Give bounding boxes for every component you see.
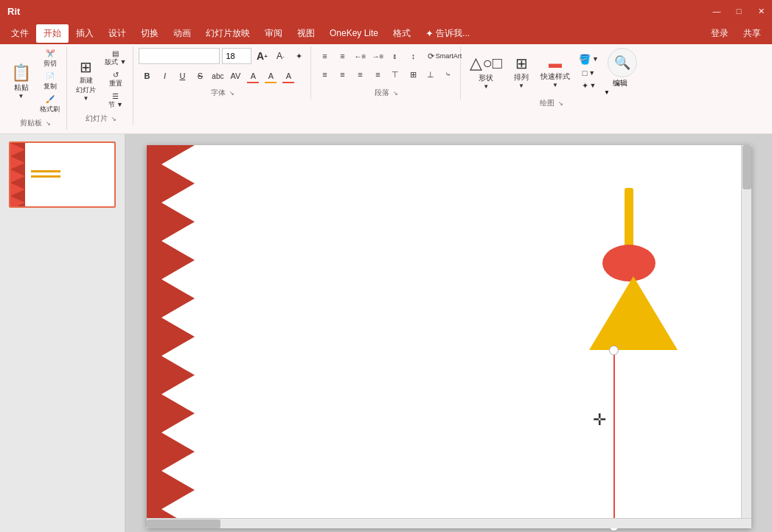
reset-icon: ↺ [113, 71, 119, 79]
align-left-button[interactable]: ≡ [316, 66, 333, 83]
font-size-up-button[interactable]: A+ [254, 48, 270, 64]
menu-insert[interactable]: 插入 [69, 24, 101, 43]
svg-marker-0 [10, 143, 25, 156]
smartart-button[interactable]: SmartArt [440, 48, 456, 64]
thumb-left-bar [10, 143, 25, 206]
menu-start[interactable]: 开始 [36, 24, 69, 43]
menu-design[interactable]: 设计 [101, 24, 133, 43]
italic-button[interactable]: I [156, 68, 173, 84]
outline-icon: □ [583, 69, 588, 77]
layout-label: 版式 ▼ [105, 57, 126, 67]
columns-button[interactable]: ⫾ [387, 48, 403, 64]
clipboard-group: 📋 粘贴 ▼ ✂️ 剪切 📄 复制 🖌️ 格式刷 [4, 46, 67, 130]
outline-button[interactable]: □ ▼ [576, 67, 602, 79]
lamp-shade-svg [589, 276, 678, 350]
canvas-area[interactable]: ✛ [125, 134, 772, 532]
font-name-input[interactable] [139, 48, 220, 64]
shadow-button[interactable]: abc [209, 68, 226, 84]
menu-help[interactable]: ✦ 告诉我... [418, 24, 477, 43]
format-paint-button[interactable]: 🖌️ 格式刷 [37, 94, 63, 116]
layout-button[interactable]: ▤ 版式 ▼ [102, 48, 129, 69]
paste-button[interactable]: 📋 粘贴 ▼ [7, 62, 35, 102]
edit-col: 🔍 编辑 ▼ [604, 48, 637, 96]
effects-button[interactable]: ✦ ▼ [576, 80, 602, 92]
align-middle-button[interactable]: ⊞ [405, 66, 421, 83]
thumb-line-2 [31, 175, 60, 178]
menu-view[interactable]: 视图 [290, 24, 322, 43]
menu-slideshow[interactable]: 幻灯片放映 [198, 24, 257, 43]
decrease-indent-button[interactable]: ←≡ [352, 48, 368, 64]
menu-file[interactable]: 文件 [4, 24, 36, 43]
paste-icon: 📋 [11, 65, 31, 81]
slide-thumbnail-1[interactable] [9, 141, 116, 208]
quick-styles-icon: ▬ [549, 56, 562, 71]
font-content: A+ A- ✦ B I U S abc AV A A [139, 48, 307, 85]
clipboard-expand[interactable]: ↘ [46, 120, 51, 127]
font-size-input[interactable] [222, 48, 251, 64]
new-slide-label: 新建幻灯片 [76, 76, 96, 95]
align-top-button[interactable]: ⊤ [387, 66, 403, 83]
convert-smartart-button[interactable]: ⤷ [440, 66, 456, 83]
bold-button[interactable]: B [139, 68, 155, 84]
align-center-button[interactable]: ≡ [334, 66, 350, 83]
font-size-down-button[interactable]: A- [272, 48, 288, 64]
menu-transitions[interactable]: 切换 [133, 24, 166, 43]
format-row: B I U S abc AV A A A [139, 68, 296, 84]
cut-button[interactable]: ✂️ 剪切 [37, 48, 63, 70]
arrange-arrow: ▼ [518, 83, 524, 89]
fill-icon: 🪣 [579, 54, 591, 65]
menu-animations[interactable]: 动画 [166, 24, 198, 43]
paragraph-expand[interactable]: ↘ [393, 90, 398, 97]
justify-button[interactable]: ≡ [369, 66, 386, 83]
handle-top[interactable] [609, 346, 619, 355]
slide-panel [0, 134, 125, 532]
font-color2-button[interactable]: A [280, 68, 296, 84]
menu-onekey[interactable]: OneKey Lite [322, 25, 386, 41]
paste-arrow: ▼ [18, 93, 24, 99]
new-slide-icon: ⊞ [80, 58, 92, 76]
increase-indent-button[interactable]: →≡ [369, 48, 386, 64]
clipboard-content: 📋 粘贴 ▼ ✂️ 剪切 📄 复制 🖌️ 格式刷 [7, 48, 63, 116]
maximize-button[interactable]: □ [728, 3, 750, 19]
slide-left-bar [147, 145, 195, 528]
highlight-button[interactable]: A [262, 68, 279, 84]
reset-button[interactable]: ↺ 重置 [102, 69, 129, 90]
font-color2-icon: A [286, 71, 291, 80]
menu-format[interactable]: 格式 [386, 24, 418, 43]
scrollbar-thumb-v[interactable] [743, 145, 751, 189]
minimize-button[interactable]: — [706, 3, 728, 19]
fill-button[interactable]: 🪣 ▼ [576, 52, 602, 66]
copy-button[interactable]: 📄 复制 [37, 71, 63, 93]
slide-canvas[interactable]: ✛ [147, 145, 751, 528]
font-color-button[interactable]: A [245, 68, 261, 84]
line-spacing-button[interactable]: ↕ [405, 48, 421, 64]
align-right-button[interactable]: ≡ [352, 66, 368, 83]
font-expand[interactable]: ↘ [229, 90, 234, 97]
menu-login[interactable]: 登录 [703, 24, 736, 43]
clear-format-button[interactable]: ✦ [291, 48, 307, 64]
shapes-button[interactable]: △○□ 形状 ▼ [466, 52, 506, 93]
quick-styles-button[interactable]: ▬ 快速样式 ▼ [537, 52, 574, 93]
menu-review[interactable]: 审阅 [257, 24, 290, 43]
char-spacing-button[interactable]: AV [227, 68, 243, 84]
svg-marker-2 [10, 169, 25, 183]
arrange-button[interactable]: ⊞ 排列 ▼ [508, 52, 535, 93]
bullets-button[interactable]: ≡ [316, 48, 333, 64]
menu-share[interactable]: 共享 [736, 24, 768, 43]
section-button[interactable]: ☰ 节 ▼ [102, 91, 129, 111]
cut-label: 剪切 [44, 59, 57, 69]
scrollbar-horizontal[interactable] [147, 518, 751, 528]
align-bottom-button[interactable]: ⊥ [422, 66, 439, 83]
scrollbar-vertical[interactable] [741, 145, 751, 528]
new-slide-button[interactable]: ⊞ 新建幻灯片 ▼ [72, 56, 100, 104]
underline-button[interactable]: U [174, 68, 190, 84]
format-paint-icon: 🖌️ [46, 95, 55, 103]
slides-expand[interactable]: ↘ [111, 116, 117, 122]
close-button[interactable]: ✕ [750, 3, 772, 19]
scrollbar-thumb-h[interactable] [147, 519, 220, 528]
strikethrough-button[interactable]: S [192, 68, 208, 84]
drawing-expand[interactable]: ↘ [558, 100, 563, 107]
search-button[interactable]: 🔍 [608, 48, 637, 77]
numbering-button[interactable]: ≡ [334, 48, 350, 64]
vertical-line-container[interactable] [608, 350, 622, 527]
